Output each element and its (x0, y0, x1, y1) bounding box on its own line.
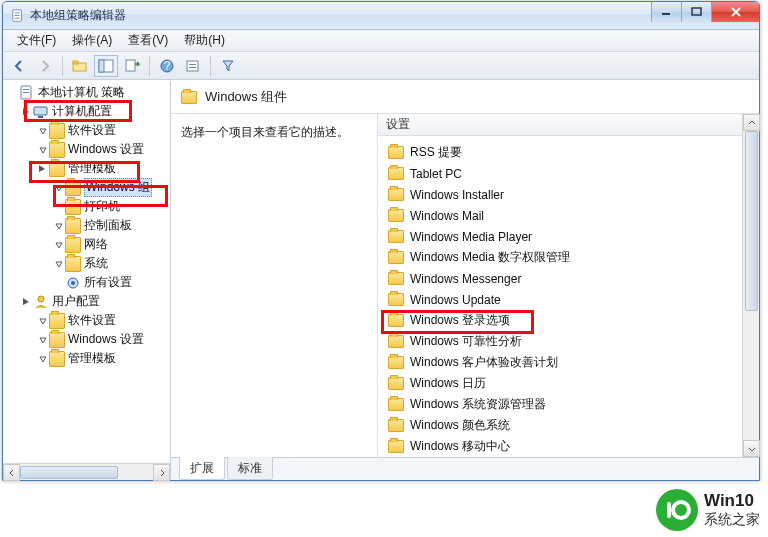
folder-icon (388, 272, 404, 285)
list-vertical-scrollbar[interactable] (742, 114, 759, 457)
tree-root-label: 本地计算机 策略 (38, 84, 125, 101)
menu-help[interactable]: 帮助(H) (176, 30, 233, 51)
close-button[interactable] (711, 2, 759, 22)
list-item[interactable]: Windows Media 数字权限管理 (382, 247, 742, 268)
expand-caret-icon[interactable] (37, 163, 48, 174)
list-item[interactable]: Windows 日历 (382, 373, 742, 394)
tree-windows-settings[interactable]: Windows 设置 (68, 141, 144, 158)
list-item[interactable]: Windows 客户体验改善计划 (382, 352, 742, 373)
tree-computer-config[interactable]: 计算机配置 (52, 103, 112, 120)
settings-header-label: 设置 (386, 116, 410, 133)
svg-rect-18 (23, 92, 29, 93)
maximize-button[interactable] (681, 2, 711, 22)
expand-caret-icon[interactable] (21, 106, 32, 117)
list-item[interactable]: Windows 移动中心 (382, 436, 742, 457)
folder-icon (388, 251, 404, 264)
filter-button[interactable] (216, 55, 240, 77)
list-item[interactable]: Windows Media Player (382, 226, 742, 247)
watermark-logo-icon (656, 489, 698, 531)
collapse-caret-icon[interactable] (53, 220, 64, 231)
list-item[interactable]: Windows Messenger (382, 268, 742, 289)
svg-rect-3 (15, 17, 20, 18)
properties-button[interactable] (181, 55, 205, 77)
settings-column-header[interactable]: 设置 (378, 114, 742, 136)
tree-system[interactable]: 系统 (84, 255, 108, 272)
back-button[interactable] (7, 55, 31, 77)
list-item[interactable]: Windows 颜色系统 (382, 415, 742, 436)
folder-up-button[interactable] (68, 55, 92, 77)
collapse-caret-icon[interactable] (37, 334, 48, 345)
list-item[interactable]: Windows 登录选项 (382, 310, 742, 331)
folder-icon (49, 161, 65, 177)
tree-user-software[interactable]: 软件设置 (68, 312, 116, 329)
scroll-right-button[interactable] (153, 464, 170, 481)
scroll-left-button[interactable] (3, 464, 20, 481)
forward-button[interactable] (33, 55, 57, 77)
collapse-caret-icon[interactable] (37, 315, 48, 326)
all-settings-icon (65, 275, 81, 291)
settings-list[interactable]: RSS 提要Tablet PCWindows InstallerWindows … (378, 136, 742, 457)
scroll-down-button[interactable] (743, 440, 760, 457)
show-hide-tree-button[interactable] (94, 55, 118, 77)
description-prompt: 选择一个项目来查看它的描述。 (181, 125, 349, 139)
scrollbar-thumb[interactable] (745, 131, 758, 311)
folder-icon (49, 332, 65, 348)
tree-software-settings[interactable]: 软件设置 (68, 122, 116, 139)
svg-rect-17 (23, 89, 29, 90)
minimize-button[interactable] (651, 2, 681, 22)
list-item-label: Windows Installer (410, 188, 504, 202)
tree[interactable]: 本地计算机 策略 计算机配置 软件设置 Windows 设置 (3, 81, 170, 463)
svg-rect-13 (187, 61, 198, 71)
settings-list-column: 设置 RSS 提要Tablet PCWindows InstallerWindo… (377, 114, 742, 457)
list-item[interactable]: RSS 提要 (382, 142, 742, 163)
tree-user-admin[interactable]: 管理模板 (68, 350, 116, 367)
tab-extended[interactable]: 扩展 (179, 457, 225, 480)
tree-control-panel[interactable]: 控制面板 (84, 217, 132, 234)
list-item-label: Windows Update (410, 293, 501, 307)
tree-admin-templates[interactable]: 管理模板 (68, 160, 116, 177)
svg-point-25 (673, 502, 689, 518)
titlebar[interactable]: 本地组策略编辑器 (3, 2, 759, 30)
folder-icon (388, 377, 404, 390)
list-item[interactable]: Tablet PC (382, 163, 742, 184)
tree-network[interactable]: 网络 (84, 236, 108, 253)
svg-rect-20 (38, 116, 43, 118)
list-item-label: Windows 移动中心 (410, 438, 510, 455)
list-item[interactable]: Windows Mail (382, 205, 742, 226)
folder-icon (49, 313, 65, 329)
folder-icon (65, 180, 81, 196)
menu-file[interactable]: 文件(F) (9, 30, 64, 51)
tree-printers[interactable]: 打印机 (84, 198, 120, 215)
tree-user-config[interactable]: 用户配置 (52, 293, 100, 310)
list-item[interactable]: Windows Installer (382, 184, 742, 205)
folder-icon (388, 440, 404, 453)
scroll-up-button[interactable] (743, 114, 760, 131)
collapse-caret-icon[interactable] (37, 144, 48, 155)
menu-view[interactable]: 查看(V) (120, 30, 176, 51)
help-button[interactable]: ? (155, 55, 179, 77)
scrollbar-track[interactable] (20, 464, 153, 480)
svg-rect-15 (189, 67, 196, 68)
collapse-caret-icon[interactable] (53, 258, 64, 269)
folder-icon (388, 314, 404, 327)
tab-standard[interactable]: 标准 (227, 457, 273, 480)
tree-user-windows[interactable]: Windows 设置 (68, 331, 144, 348)
tree-all-settings[interactable]: 所有设置 (84, 274, 132, 291)
body-area: 本地计算机 策略 计算机配置 软件设置 Windows 设置 (3, 81, 759, 480)
tree-windows-components[interactable]: Windows 组 (84, 178, 152, 197)
list-item[interactable]: Windows Update (382, 289, 742, 310)
export-list-button[interactable] (120, 55, 144, 77)
expand-caret-icon[interactable] (21, 296, 32, 307)
scrollbar-track[interactable] (743, 131, 759, 440)
collapse-caret-icon[interactable] (37, 125, 48, 136)
toolbar-separator (210, 56, 211, 76)
collapse-caret-icon[interactable] (53, 239, 64, 250)
scrollbar-thumb[interactable] (20, 466, 118, 479)
tree-horizontal-scrollbar[interactable] (3, 463, 170, 480)
svg-rect-7 (73, 61, 78, 64)
collapse-caret-icon[interactable] (37, 353, 48, 364)
list-item[interactable]: Windows 可靠性分析 (382, 331, 742, 352)
menu-action[interactable]: 操作(A) (64, 30, 120, 51)
collapse-caret-icon[interactable] (53, 182, 64, 193)
list-item[interactable]: Windows 系统资源管理器 (382, 394, 742, 415)
